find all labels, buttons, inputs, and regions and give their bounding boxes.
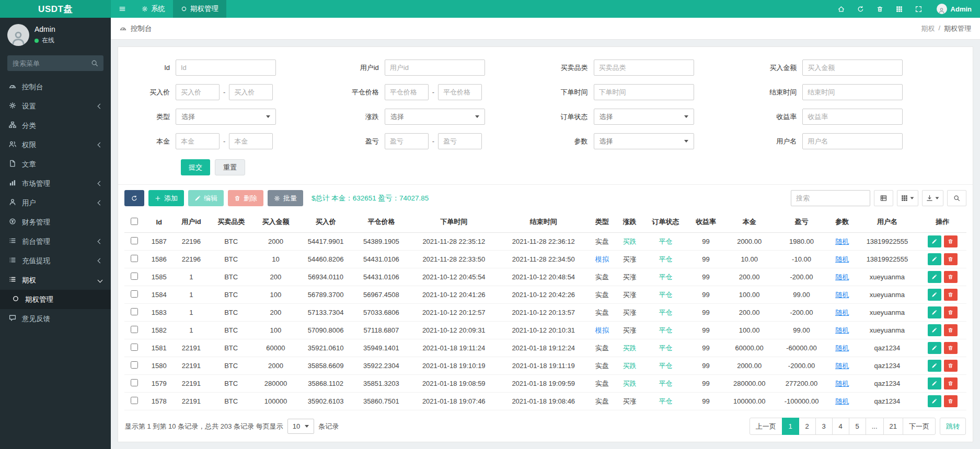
filter-order_status-select[interactable]: 选择	[594, 109, 694, 125]
page-button-2[interactable]: 2	[799, 418, 816, 435]
columns-button[interactable]	[897, 190, 918, 206]
expand-button[interactable]	[909, 0, 928, 18]
next-page-button[interactable]: 下一页	[903, 418, 936, 435]
export-button[interactable]	[922, 190, 943, 206]
row-checkbox[interactable]	[131, 308, 138, 315]
param-link[interactable]: 随机	[835, 255, 849, 263]
page-button-3[interactable]: 3	[815, 418, 833, 435]
filter-amount-input[interactable]	[802, 60, 903, 76]
batch-button[interactable]: 批量	[268, 190, 303, 206]
filter-param-select[interactable]: 选择	[594, 133, 694, 149]
breadcrumb-parent[interactable]: 期权	[921, 24, 935, 33]
jump-button[interactable]: 跳转	[940, 418, 966, 435]
prev-page-button[interactable]: 上一页	[750, 418, 782, 435]
page-button-5[interactable]: 5	[849, 418, 866, 435]
filter-id-input[interactable]	[176, 60, 276, 76]
sidebar-item-settings[interactable]: 设置	[0, 97, 111, 116]
row-checkbox[interactable]	[131, 255, 138, 262]
filter-order_time-input[interactable]	[594, 84, 694, 100]
param-link[interactable]: 随机	[835, 397, 849, 405]
sidebar-item-user[interactable]: 用户	[0, 193, 111, 212]
filter-user_id-input[interactable]	[385, 60, 485, 76]
param-link[interactable]: 随机	[835, 291, 849, 299]
edit-row-button[interactable]	[928, 306, 941, 318]
add-button[interactable]: 添加	[148, 190, 184, 206]
param-link[interactable]: 随机	[835, 344, 849, 352]
refresh-button[interactable]	[124, 190, 144, 206]
filter-type-select[interactable]: 选择	[176, 109, 276, 125]
delete-row-button[interactable]	[944, 271, 958, 283]
row-checkbox[interactable]	[131, 361, 138, 369]
edit-row-button[interactable]	[928, 395, 941, 407]
delete-row-button[interactable]	[944, 377, 958, 389]
row-checkbox[interactable]	[131, 237, 138, 244]
sidebar-item-recharge[interactable]: 充值提现	[0, 251, 111, 270]
sidebar-item-article[interactable]: 文章	[0, 155, 111, 174]
filter-end_time-input[interactable]	[802, 84, 903, 100]
sidebar-item-option[interactable]: 期权	[0, 270, 111, 290]
filter-profit-min-input[interactable]	[385, 133, 429, 149]
delete-row-button[interactable]	[944, 289, 958, 301]
filter-username-input[interactable]	[802, 133, 903, 149]
edit-row-button[interactable]	[928, 271, 941, 283]
refresh-button[interactable]	[851, 0, 870, 18]
sidebar-item-category[interactable]: 分类	[0, 116, 111, 135]
page-button-...[interactable]: ...	[866, 418, 884, 435]
param-link[interactable]: 随机	[835, 380, 849, 387]
sidebar-item-dashboard[interactable]: 控制台	[0, 77, 111, 97]
select-all-checkbox[interactable]	[131, 218, 138, 225]
filter-principal-max-input[interactable]	[229, 133, 273, 149]
param-link[interactable]: 随机	[835, 238, 849, 245]
row-checkbox[interactable]	[131, 397, 138, 404]
filter-close_price-max-input[interactable]	[438, 84, 482, 100]
th-button[interactable]	[890, 0, 909, 18]
sidebar-item-market[interactable]: 市场管理	[0, 174, 111, 193]
delete-row-button[interactable]	[944, 253, 958, 265]
user-menu[interactable]: Admin	[928, 0, 980, 18]
edit-row-button[interactable]	[928, 289, 941, 301]
sidebar-item-feedback[interactable]: 意见反馈	[0, 309, 111, 328]
filter-close_price-min-input[interactable]	[385, 84, 429, 100]
edit-row-button[interactable]	[928, 235, 941, 247]
row-checkbox[interactable]	[131, 379, 138, 386]
nav-tab-option-manage[interactable]: 期权管理	[173, 0, 226, 18]
table-search-input[interactable]	[791, 190, 870, 206]
param-link[interactable]: 随机	[835, 309, 849, 316]
edit-row-button[interactable]	[928, 377, 941, 389]
filter-profit-max-input[interactable]	[438, 133, 482, 149]
delete-button[interactable]: 删除	[228, 190, 263, 206]
edit-row-button[interactable]	[928, 360, 941, 372]
search-toggle-button[interactable]	[947, 190, 966, 206]
param-link[interactable]: 随机	[835, 326, 849, 334]
sidebar-search-input[interactable]	[7, 55, 86, 71]
sidebar-item-finance[interactable]: 财务管理	[0, 212, 111, 232]
edit-row-button[interactable]	[928, 342, 941, 354]
filter-updown-select[interactable]: 选择	[385, 109, 485, 125]
edit-row-button[interactable]	[928, 253, 941, 265]
delete-row-button[interactable]	[944, 306, 958, 318]
row-checkbox[interactable]	[131, 290, 138, 298]
per-page-select[interactable]: 10	[287, 419, 314, 434]
page-button-4[interactable]: 4	[832, 418, 849, 435]
sidebar-item-permission[interactable]: 权限	[0, 135, 111, 155]
row-checkbox[interactable]	[131, 326, 138, 333]
home-button[interactable]	[832, 0, 851, 18]
filter-buy_price-max-input[interactable]	[229, 84, 273, 100]
delete-row-button[interactable]	[944, 342, 958, 354]
page-button-21[interactable]: 21	[883, 418, 903, 435]
delete-row-button[interactable]	[944, 360, 958, 372]
delete-row-button[interactable]	[944, 235, 958, 247]
filter-principal-min-input[interactable]	[176, 133, 220, 149]
view-toggle-button[interactable]	[874, 190, 893, 206]
param-link[interactable]: 随机	[835, 362, 849, 370]
edit-row-button[interactable]	[928, 324, 941, 336]
page-button-1[interactable]: 1	[782, 418, 799, 435]
row-checkbox[interactable]	[131, 344, 138, 351]
param-link[interactable]: 随机	[835, 273, 849, 281]
filter-category-input[interactable]	[594, 60, 694, 76]
sidebar-item-option-manage[interactable]: 期权管理	[0, 290, 111, 309]
sidebar-search-button[interactable]	[86, 55, 103, 71]
row-checkbox[interactable]	[131, 273, 138, 280]
edit-button[interactable]: 编辑	[188, 190, 224, 206]
delete-row-button[interactable]	[944, 324, 958, 336]
